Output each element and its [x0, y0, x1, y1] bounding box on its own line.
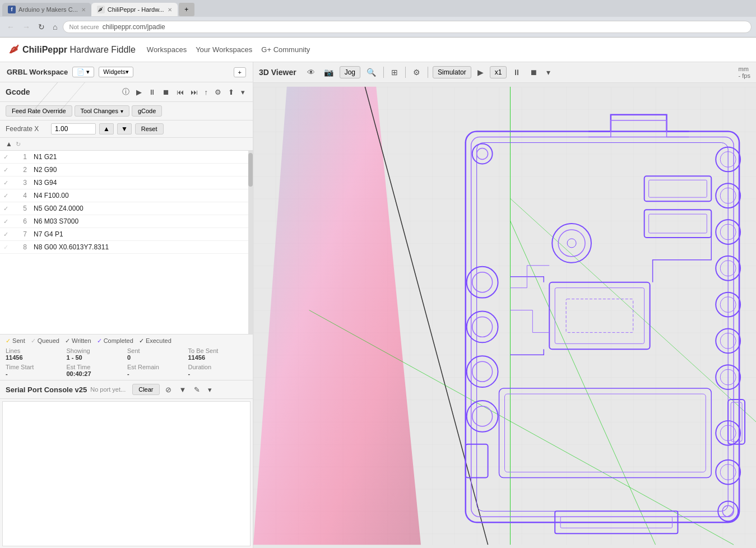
collapse-list-btn[interactable]: ▲: [6, 140, 12, 148]
gcode-settings-btn[interactable]: ⚙: [212, 87, 224, 97]
more-btn[interactable]: +: [234, 67, 246, 77]
viewer-pause-icon[interactable]: ⏸: [510, 66, 523, 78]
stat-time-start: Time Start -: [6, 364, 65, 377]
gcode-section: Gcode ⓘ ▶ ⏸ ⏹ ⏮ ⏭ ↑ ⚙ ⬆ ▾ Feed Rate Over…: [0, 82, 253, 380]
viewer-grid-btn[interactable]: ⊞: [388, 66, 401, 78]
url-box[interactable]: Not secure chilipeppr.com/jpadie: [63, 21, 752, 33]
tab-close-chilipeppr[interactable]: ✕: [168, 7, 172, 13]
serial-section: Serial Port Console v25 No port yet... C…: [0, 380, 253, 548]
tab-arduino[interactable]: f Arduino y Makers C... ✕: [2, 3, 91, 16]
serial-dropdown-btn[interactable]: ▾: [206, 384, 214, 395]
serial-circle-btn[interactable]: ⊘: [163, 384, 174, 395]
feedrate-down-btn[interactable]: ▼: [117, 123, 132, 134]
gcode-pause-btn[interactable]: ⏸: [146, 87, 158, 97]
back-btn[interactable]: ←: [4, 21, 17, 32]
stat-sent: Sent 0: [127, 347, 187, 361]
tool-changes-arrow: ▾: [120, 108, 123, 114]
viewer-simulator-btn[interactable]: Simulator: [433, 66, 471, 78]
stat-est-time: Est Time 00:40:27: [67, 364, 126, 377]
gcode-stop-btn[interactable]: ⏹: [160, 87, 172, 97]
row-code: N2 G90: [30, 164, 253, 177]
forward-btn[interactable]: →: [20, 21, 33, 32]
row-code: N7 G4 P1: [30, 228, 253, 241]
gcode-skip-btn[interactable]: ⏭: [188, 87, 200, 97]
gcode-upload-btn[interactable]: ⬆: [226, 87, 236, 97]
workspace-title: GRBL Workspace: [7, 68, 68, 76]
viewer-canvas[interactable]: [253, 83, 756, 548]
tool-changes-tab[interactable]: Tool Changes ▾: [75, 105, 129, 117]
feedrate-reset-btn[interactable]: Reset: [135, 123, 164, 134]
viewer-x1-btn[interactable]: x1: [490, 66, 507, 78]
tab-favicon-arduino: f: [8, 6, 16, 13]
serial-edit-btn[interactable]: ✎: [192, 384, 202, 395]
tool-changes-label: Tool Changes: [81, 108, 118, 114]
row-check: ✓: [0, 241, 13, 254]
serial-clear-btn[interactable]: Clear: [132, 384, 159, 395]
sent-legend: ✓ Sent: [6, 337, 25, 345]
gcode-dropdown-btn[interactable]: ▾: [239, 87, 247, 97]
refresh-icon[interactable]: ↻: [16, 141, 21, 148]
tab-favicon-chilipeppr: 🌶: [97, 6, 105, 13]
table-row: ✓ 4 N4 F100.00: [0, 189, 253, 202]
row-check: ✓: [0, 164, 13, 177]
row-code: N8 G00 X0.6013Y7.8311: [30, 241, 253, 254]
stat-lines: Lines 11456: [6, 347, 65, 361]
row-num: 4: [13, 189, 30, 202]
main-nav: Workspaces Your Workspaces G+ Community: [147, 45, 310, 54]
file-btn[interactable]: 📄 ▾: [72, 67, 94, 77]
scrollbar-track[interactable]: [248, 151, 253, 334]
logo-name: ChiliPeppr Hardware Fiddle: [22, 45, 136, 55]
row-code: N1 G21: [30, 151, 253, 164]
viewer-jog-btn[interactable]: Jog: [340, 66, 360, 78]
row-check: ✓: [0, 177, 13, 189]
serial-filter-btn[interactable]: ▼: [177, 384, 189, 395]
nav-your-workspaces[interactable]: Your Workspaces: [196, 45, 252, 54]
row-num: 6: [13, 215, 30, 228]
row-check: ✓: [0, 151, 13, 164]
new-tab-btn[interactable]: +: [179, 3, 194, 16]
viewer-play-btn[interactable]: ▶: [475, 66, 486, 78]
reload-btn[interactable]: ↻: [36, 21, 47, 32]
home-btn[interactable]: ⌂: [50, 21, 59, 32]
gcode-list-container[interactable]: ✓ 1 N1 G21 ✓ 2 N2 G90 ✓ 3 N3 G94 ✓: [0, 151, 253, 335]
viewer-toolbar: 3D Viewer 👁 📷 Jog 🔍 ⊞ ⚙ Simulator ▶ x1 ⏸…: [253, 62, 756, 83]
serial-title: Serial Port Console v25: [6, 386, 87, 394]
completed-legend: ✓ Completed: [97, 337, 133, 345]
serial-console-area[interactable]: [2, 401, 251, 546]
cnc-visualization: [253, 83, 756, 548]
stat-est-remain: Est Remain -: [127, 364, 187, 377]
gcode-list: ✓ 1 N1 G21 ✓ 2 N2 G90 ✓ 3 N3 G94 ✓: [0, 151, 253, 254]
nav-workspaces[interactable]: Workspaces: [147, 45, 187, 54]
file-icon: 📄: [77, 68, 85, 76]
viewer-settings-btn[interactable]: ⚙: [410, 66, 423, 78]
feed-rate-tab[interactable]: Feed Rate Override: [6, 105, 72, 117]
gcode-up-btn[interactable]: ↑: [202, 87, 211, 97]
gcode-play-btn[interactable]: ▶: [134, 87, 144, 97]
table-row: ✓ 8 N8 G00 X0.6013Y7.8311: [0, 241, 253, 254]
row-check: ✓: [0, 228, 13, 241]
gcode-tabs: Feed Rate Override Tool Changes ▾ gCode: [0, 102, 253, 120]
gcode-tab[interactable]: gCode: [132, 105, 162, 117]
viewer-zoom-btn[interactable]: 🔍: [364, 66, 379, 78]
tab-close-arduino[interactable]: ✕: [81, 7, 86, 13]
feedrate-up-btn[interactable]: ▲: [99, 123, 114, 134]
tab-label-arduino: Arduino y Makers C...: [18, 6, 78, 13]
viewer-camera-btn[interactable]: 📷: [321, 66, 336, 78]
gcode-info-btn[interactable]: ⓘ: [120, 86, 132, 98]
app-header: 🌶 ChiliPeppr Hardware Fiddle Workspaces …: [0, 38, 756, 62]
browser-chrome: f Arduino y Makers C... ✕ 🌶 ChiliPeppr -…: [0, 0, 756, 38]
nav-community[interactable]: G+ Community: [261, 45, 310, 54]
scrollbar-thumb[interactable]: [248, 153, 253, 187]
tab-chilipeppr[interactable]: 🌶 ChiliPeppr - Hardw... ✕: [91, 3, 178, 16]
tab-label-chilipeppr: ChiliPeppr - Hardw...: [108, 6, 164, 13]
viewer-more-btn[interactable]: ▾: [544, 66, 553, 78]
widgets-btn[interactable]: Widgets▾: [99, 67, 133, 77]
viewer-title: 3D Viewer: [259, 68, 296, 77]
feedrate-input[interactable]: [51, 123, 96, 134]
viewer-eye-btn[interactable]: 👁: [304, 66, 318, 78]
written-legend: ✓ Written: [65, 337, 91, 345]
gcode-rewind-btn[interactable]: ⏮: [174, 87, 186, 97]
viewer-stop-icon[interactable]: ⏹: [527, 66, 540, 78]
not-secure-indicator: Not secure: [69, 24, 99, 30]
feedrate-label: Feedrate X: [6, 125, 48, 133]
